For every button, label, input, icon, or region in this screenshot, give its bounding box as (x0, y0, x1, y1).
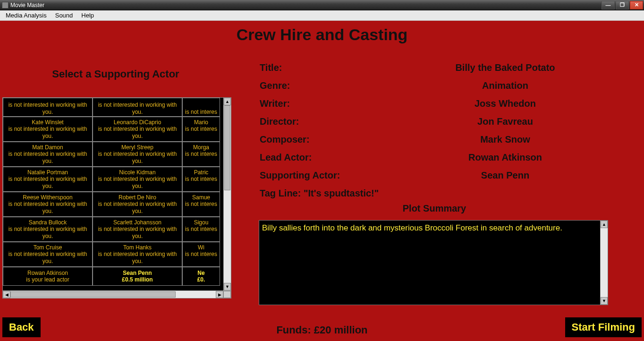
menu-sound[interactable]: Sound (51, 11, 77, 20)
info-value: Mark Snow (401, 134, 609, 145)
minimize-button[interactable]: — (602, 1, 615, 9)
funds-display: Funds: £20 million (0, 324, 644, 336)
window-controls: — ❐ ✕ (602, 1, 644, 9)
actor-cell[interactable]: Patricis not interes (182, 167, 220, 192)
plot-summary-title: Plot Summary (260, 203, 609, 214)
actor-cell[interactable]: is not interested in working withyou. (93, 98, 182, 117)
actor-cell[interactable]: Sigouis not interes (182, 217, 220, 242)
info-value: Joss Whedon (401, 98, 609, 109)
plot-summary-box: Billy sallies forth into the dark and my… (259, 220, 608, 305)
menu-media-analysis[interactable]: Media Analysis (2, 11, 51, 20)
actor-cell[interactable]: is not interes (182, 98, 220, 117)
plot-summary-text[interactable]: Billy sallies forth into the dark and my… (259, 221, 600, 305)
actor-cell[interactable]: Leonardo DiCapriois not interested in wo… (93, 117, 182, 142)
actor-cell[interactable]: Natalie Portmanis not interested in work… (3, 167, 93, 192)
close-button[interactable]: ✕ (630, 1, 643, 9)
plot-vscrollbar[interactable]: ▲ ▼ (600, 221, 608, 305)
info-label: Composer: (260, 134, 401, 145)
info-label: Writer: (260, 98, 401, 109)
scroll-left-icon[interactable]: ◀ (3, 291, 10, 298)
actor-cell[interactable]: Matt Damonis not interested in working w… (3, 142, 93, 167)
scroll-thumb[interactable] (10, 291, 176, 298)
actor-grid-vscrollbar[interactable]: ▲ ▼ (223, 98, 231, 290)
scroll-up-icon[interactable]: ▲ (224, 98, 231, 105)
actor-grid-viewport: is not interested in working withyou.Kat… (3, 98, 231, 290)
left-panel-title: Select a Supporting Actor (0, 68, 231, 80)
app-icon (2, 2, 8, 9)
actor-cell[interactable]: Sean Penn£0.5 million (93, 267, 182, 286)
start-filming-button[interactable]: Start Filming (565, 317, 642, 337)
window-title: Movie Master (10, 2, 44, 9)
actor-cell[interactable]: Rowan Atkinsonis your lead actor (3, 267, 93, 286)
scroll-track[interactable] (10, 291, 216, 298)
scroll-up-icon[interactable]: ▲ (601, 221, 608, 228)
actor-cell[interactable]: Samueis not interes (182, 192, 220, 217)
info-value: Animation (401, 80, 609, 91)
actor-cell[interactable]: Mariois not interes (182, 117, 220, 142)
scroll-right-icon[interactable]: ▶ (216, 291, 223, 298)
info-label: Supporting Actor: (260, 170, 401, 181)
actor-cell[interactable]: Tom Hanksis not interested in working wi… (93, 242, 182, 267)
actor-cell[interactable]: is not interested in working withyou. (3, 98, 93, 117)
actor-cell[interactable]: Tom Cruiseis not interested in working w… (3, 242, 93, 267)
actor-cell[interactable]: Meryl Streepis not interested in working… (93, 142, 182, 167)
actor-cell[interactable]: Reese Witherspoonis not interested in wo… (3, 192, 93, 217)
actor-grid-hscrollbar[interactable]: ◀ ▶ (3, 290, 231, 298)
info-label: Genre: (260, 80, 401, 91)
info-value: Sean Penn (401, 170, 609, 181)
info-label: Title: (260, 62, 401, 73)
back-button[interactable]: Back (2, 317, 41, 337)
info-value: Rowan Atkinson (401, 152, 609, 163)
info-label: Lead Actor: (260, 152, 401, 163)
movie-info-panel: Title:Billy the Baked PotatoGenre:Animat… (260, 59, 609, 202)
info-value: Jon Favreau (401, 116, 609, 127)
info-label: Director: (260, 116, 401, 127)
scroll-corner (223, 291, 231, 298)
menu-bar: Media Analysis Sound Help (0, 10, 644, 21)
actor-cell[interactable]: Morgais not interes (182, 142, 220, 167)
actor-cell[interactable]: Sandra Bullockis not interested in worki… (3, 217, 93, 242)
page-title: Crew Hire and Casting (0, 26, 644, 44)
scroll-track[interactable] (224, 105, 231, 283)
scroll-down-icon[interactable]: ▼ (601, 297, 608, 305)
scroll-down-icon[interactable]: ▼ (224, 283, 231, 290)
info-value: Billy the Baked Potato (401, 62, 609, 73)
actor-cell[interactable]: Nicole Kidmanis not interested in workin… (93, 167, 182, 192)
window-titlebar: Movie Master — ❐ ✕ (0, 0, 644, 10)
menu-help[interactable]: Help (77, 11, 98, 20)
game-area: Crew Hire and Casting Select a Supportin… (0, 21, 644, 341)
actor-grid: is not interested in working withyou.Kat… (2, 97, 231, 298)
maximize-button[interactable]: ❐ (616, 1, 629, 9)
actor-cell[interactable]: Wiis not interes (182, 242, 220, 267)
actor-cell[interactable]: Robert De Nirois not interested in worki… (93, 192, 182, 217)
scroll-thumb[interactable] (224, 105, 230, 190)
scroll-track[interactable] (601, 228, 608, 297)
actor-cell[interactable]: Ne£0. (182, 267, 220, 286)
actor-cell[interactable]: Kate Winsletis not interested in working… (3, 117, 93, 142)
actor-cell[interactable]: Scarlett Johanssonis not interested in w… (93, 217, 182, 242)
tagline: Tag Line: "It's spudtastic!" (260, 188, 379, 199)
